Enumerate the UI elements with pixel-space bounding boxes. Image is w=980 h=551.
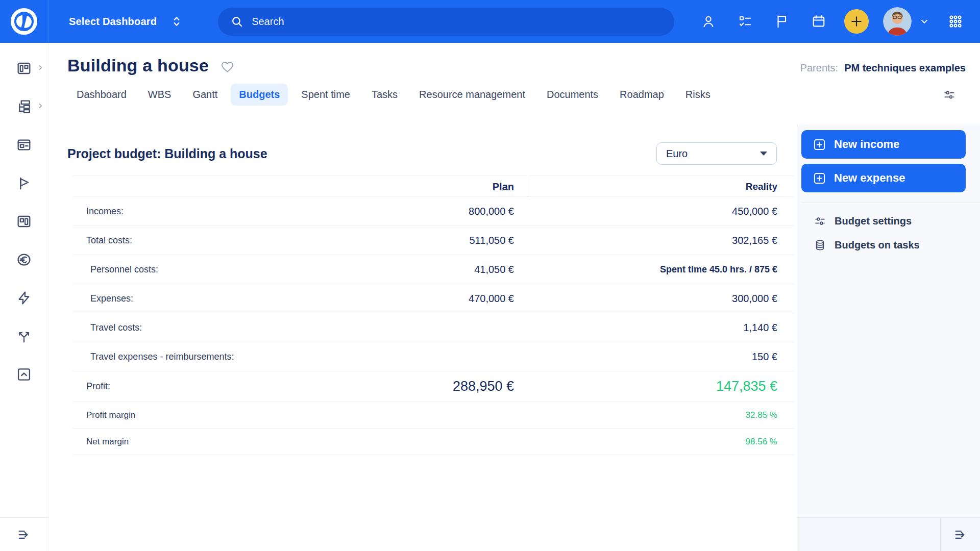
budget-settings-item[interactable]: Budget settings (801, 209, 966, 233)
parents-label: Parents: (800, 62, 838, 74)
app-logo[interactable] (0, 0, 48, 43)
budget-table-header: Plan Reality (72, 176, 794, 197)
dashboard-selector[interactable]: Select Dashboard (69, 15, 183, 28)
coins-stack-icon (814, 239, 826, 252)
chevron-right-icon (37, 102, 44, 111)
budget-row-label: Profit: (72, 381, 295, 392)
currency-select[interactable]: Euro (656, 142, 777, 165)
archive-box-icon (16, 366, 32, 383)
topbar-flag-button[interactable] (771, 10, 793, 33)
tab-tasks[interactable]: Tasks (363, 84, 406, 106)
tab-risks[interactable]: Risks (677, 84, 719, 106)
sidebar-item-archive-box[interactable] (0, 355, 48, 393)
budget-row-label: Personnel costs: (72, 264, 295, 275)
sidebar-item-browser-window[interactable] (0, 126, 48, 164)
favorite-button[interactable] (220, 59, 235, 74)
project-tabs: DashboardWBSGanttBudgetsSpent timeTasksR… (68, 84, 719, 106)
sidebar-item-lightning[interactable] (0, 279, 48, 317)
reality-column-header: Reality (528, 176, 777, 197)
plus-square-icon (813, 171, 826, 185)
budget-row: Personnel costs:41,050 €Spent time 45.0 … (72, 255, 794, 284)
calendar-icon (811, 14, 826, 29)
budget-row-label: Travel costs: (72, 322, 295, 333)
page-title: Building a house (67, 56, 209, 76)
sidebar-item-milestone-flag[interactable] (0, 164, 48, 202)
plan-value: 800,000 € (295, 206, 528, 217)
apps-grid-icon (948, 14, 963, 29)
reality-value: 98.56 % (528, 437, 777, 447)
reality-value: 1,140 € (528, 322, 777, 334)
tab-documents[interactable]: Documents (538, 84, 606, 106)
new-income-label: New income (834, 138, 899, 151)
budget-table: Plan Reality Incomes:800,000 €450,000 €T… (72, 176, 794, 455)
sidebar-item-split-arrows[interactable] (0, 317, 48, 355)
search-icon (230, 15, 243, 28)
reality-value: 32.85 % (528, 410, 777, 420)
plan-value: 288,950 € (295, 379, 528, 394)
sidebar-item-dashboard[interactable] (0, 49, 48, 87)
wbs-tree-icon (16, 98, 32, 115)
sliders-icon (814, 215, 826, 228)
chevron-right-icon (37, 64, 44, 72)
budget-settings-label: Budget settings (835, 215, 912, 227)
topbar-user-button[interactable] (697, 10, 720, 33)
budget-row-label: Net margin (72, 437, 295, 447)
page-header: Building a house Parents: PM techniques … (48, 43, 980, 124)
sidebar-item-wbs-tree[interactable] (0, 87, 48, 126)
budget-row: Total costs:511,050 €302,165 € (72, 226, 794, 255)
new-expense-button[interactable]: New expense (801, 164, 966, 192)
chevron-down-icon (919, 16, 930, 27)
topbar-checklist-button[interactable] (734, 10, 756, 33)
panel-divider (801, 203, 980, 203)
reality-value: 450,000 € (528, 206, 777, 217)
budget-row: Expenses:470,000 €300,000 € (72, 284, 794, 313)
tab-resource-management[interactable]: Resource management (411, 84, 533, 106)
left-sidebar (0, 43, 48, 551)
panel-footer (797, 517, 980, 551)
tab-roadmap[interactable]: Roadmap (611, 84, 672, 106)
tab-wbs[interactable]: WBS (140, 84, 180, 106)
new-income-button[interactable]: New income (801, 130, 966, 159)
app-logo-icon (9, 7, 39, 36)
search-bar[interactable] (218, 8, 674, 36)
reality-value: 302,165 € (528, 235, 777, 246)
topbar-calendar-button[interactable] (807, 10, 830, 33)
sidebar-item-modules[interactable] (0, 202, 48, 240)
parent-project-link[interactable]: PM techniques examples (844, 62, 966, 74)
tab-budgets[interactable]: Budgets (231, 84, 288, 106)
search-input[interactable] (252, 16, 662, 28)
avatar (883, 7, 912, 36)
budget-row-label: Travel expenses - reimbursements: (72, 352, 295, 362)
budget-row: Travel expenses - reimbursements:150 € (72, 342, 794, 371)
sidebar-expand-button[interactable] (16, 527, 32, 542)
budget-section: Project budget: Building a house Euro Pl… (48, 124, 797, 551)
budget-row-label: Profit margin (72, 410, 295, 420)
checklist-icon (738, 14, 753, 29)
budgets-on-tasks-label: Budgets on tasks (835, 239, 920, 251)
budget-row: Net margin98.56 % (72, 429, 794, 455)
sidebar-item-euro[interactable] (0, 240, 48, 279)
plan-column-header: Plan (295, 181, 528, 193)
budget-row-label: Expenses: (72, 293, 295, 304)
reality-value: Spent time 45.0 hrs. / 875 € (528, 264, 777, 275)
tabs-settings-button[interactable] (943, 88, 956, 102)
budget-row: Profit margin32.85 % (72, 402, 794, 429)
tab-gantt[interactable]: Gantt (184, 84, 226, 106)
budget-heading: Project budget: Building a house (67, 146, 267, 161)
currency-value: Euro (666, 148, 688, 160)
apps-grid-button[interactable] (944, 10, 967, 33)
budgets-on-tasks-item[interactable]: Budgets on tasks (801, 233, 966, 257)
browser-window-icon (16, 137, 32, 153)
budget-row-label: Incomes: (72, 206, 295, 217)
tab-spent-time[interactable]: Spent time (293, 84, 358, 106)
panel-expand-button[interactable] (953, 527, 968, 542)
topbar: Select Dashboard (0, 0, 980, 43)
tab-dashboard[interactable]: Dashboard (68, 84, 135, 106)
new-expense-label: New expense (834, 171, 905, 185)
user-menu[interactable] (883, 7, 930, 36)
euro-icon (16, 252, 32, 268)
quick-add-button[interactable] (844, 9, 869, 34)
budget-actions-panel: New income New expense (797, 124, 980, 551)
caret-down-icon (760, 152, 767, 156)
dashboard-selector-label: Select Dashboard (69, 16, 157, 28)
